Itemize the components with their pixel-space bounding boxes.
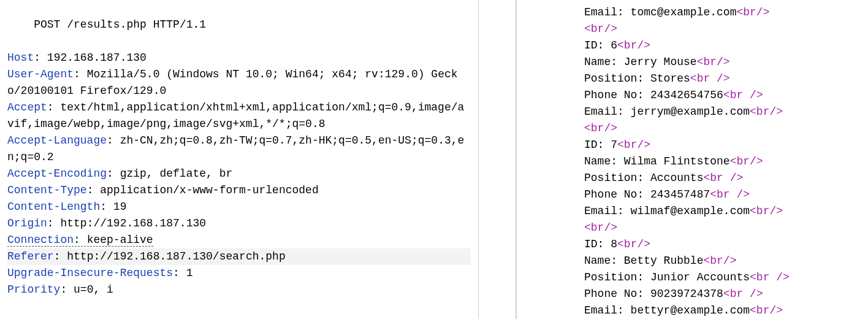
response-text: Position: Stores: [584, 72, 690, 85]
response-line[interactable]: Position: Accounts<br />: [584, 170, 861, 186]
response-text: Name: Wilma Flintstone: [584, 155, 730, 167]
html-tag-name: br/: [624, 238, 644, 250]
response-line[interactable]: Name: Betty Rubble<br/>: [584, 253, 861, 269]
html-tag: >: [783, 271, 790, 283]
response-line[interactable]: Name: Wilma Flintstone<br/>: [584, 153, 861, 170]
response-line[interactable]: ID: 8<br/>: [584, 236, 861, 253]
header-name: Origin: [7, 217, 47, 229]
response-text: Name: Betty Rubble: [584, 255, 703, 267]
html-tag: <: [703, 172, 710, 184]
request-panel[interactable]: POST /results.php HTTP/1.1 Host: 192.168…: [0, 0, 478, 319]
request-body[interactable]: search=a' or '1'='1: [7, 309, 471, 319]
response-line[interactable]: Email: bettyr@example.com<br/>: [584, 302, 861, 319]
html-tag: >: [730, 255, 737, 267]
header-line[interactable]: Content-Type: application/x-www-form-url…: [7, 182, 471, 199]
response-body[interactable]: Phone No: 80243879<br />Email: tomc@exam…: [584, 0, 861, 319]
html-tag-name: br/: [710, 255, 729, 267]
response-line[interactable]: <br/>: [584, 120, 861, 137]
header-line[interactable]: Connection: keep-alive: [7, 232, 471, 248]
header-value: keep-alive: [87, 234, 153, 246]
html-tag-name: br /: [710, 172, 736, 184]
html-tag: <: [723, 288, 730, 300]
header-name: Accept-Encoding: [7, 167, 107, 180]
header-name: Upgrade-Insecure-Requests: [7, 267, 173, 279]
request-line[interactable]: POST /results.php HTTP/1.1: [7, 0, 471, 50]
response-line[interactable]: Email: wilmaf@example.com<br/>: [584, 203, 861, 220]
request-headers[interactable]: Host: 192.168.187.130User-Agent: Mozilla…: [7, 50, 471, 298]
response-line[interactable]: Email: tomc@example.com<br/>: [584, 4, 861, 21]
header-line[interactable]: User-Agent: Mozilla/5.0 (Windows NT 10.0…: [7, 66, 471, 99]
header-line[interactable]: Referer: http://192.168.187.130/search.p…: [7, 248, 471, 265]
header-name: User-Agent: [7, 68, 74, 80]
html-tag: <: [584, 221, 591, 234]
response-line[interactable]: ID: 6<br/>: [584, 37, 861, 54]
html-tag-name: br/: [756, 205, 776, 217]
html-tag-name: br/: [591, 23, 611, 35]
header-name: Content-Length: [7, 201, 100, 213]
response-text: Name: Jerry Mouse: [584, 56, 697, 68]
header-line[interactable]: Accept: text/html,application/xhtml+xml,…: [7, 99, 471, 133]
html-tag-name: br /: [697, 72, 723, 85]
header-value: 192.168.187.130: [47, 52, 147, 64]
header-name: Host: [7, 52, 34, 64]
header-value: 1: [186, 267, 193, 279]
html-tag: <: [750, 304, 756, 317]
response-line[interactable]: Email: jerrym@example.com<br/>: [584, 104, 861, 120]
html-tag-name: br/: [624, 139, 644, 151]
header-name: Priority: [7, 283, 60, 296]
html-tag: <: [584, 23, 591, 35]
html-tag: >: [736, 172, 743, 184]
header-value: text/html,application/xhtml+xml,applicat…: [7, 101, 464, 130]
html-tag-name: br/: [743, 6, 763, 18]
html-tag: >: [736, 0, 743, 2]
header-line[interactable]: Priority: u=0, i: [7, 282, 471, 298]
header-name: Referer: [7, 250, 54, 263]
response-text: Phone No: 90239724378: [584, 288, 723, 300]
header-line[interactable]: Upgrade-Insecure-Requests: 1: [7, 265, 471, 282]
html-tag-name: br/: [736, 155, 756, 167]
html-tag: >: [611, 23, 617, 35]
response-line[interactable]: Phone No: 90239724378<br />: [584, 286, 861, 302]
response-line[interactable]: Phone No: 80243879<br />: [584, 0, 861, 4]
html-tag: <: [617, 139, 624, 151]
header-line[interactable]: Host: 192.168.187.130: [7, 50, 471, 66]
header-value: http://192.168.187.130: [60, 217, 206, 229]
header-value: Mozilla/5.0 (Windows NT 10.0; Win64; x64…: [7, 68, 458, 97]
header-line[interactable]: Accept-Encoding: gzip, deflate, br: [7, 166, 471, 182]
html-tag: >: [644, 238, 650, 250]
header-value: u=0, i: [74, 283, 113, 296]
response-line[interactable]: Position: Stores<br />: [584, 71, 861, 87]
response-text: Phone No: 24342654756: [584, 89, 723, 101]
request-path: /results.php: [67, 18, 147, 31]
response-text: Phone No: 243457487: [584, 188, 710, 201]
response-line[interactable]: Phone No: 24342654756<br />: [584, 87, 861, 104]
header-line[interactable]: Origin: http://192.168.187.130: [7, 215, 471, 232]
response-text: ID: 7: [584, 139, 617, 151]
header-name: Accept: [7, 101, 47, 113]
response-text: ID: 8: [584, 238, 617, 250]
response-line[interactable]: Position: Junior Accounts<br />: [584, 269, 861, 286]
response-line[interactable]: ID: 7<br/>: [584, 137, 861, 153]
html-tag: >: [756, 155, 763, 167]
html-tag: <: [730, 155, 737, 167]
response-line[interactable]: Name: Jerry Mouse<br/>: [584, 54, 861, 71]
header-name: Content-Type: [7, 184, 87, 196]
html-tag-name: br/: [703, 56, 723, 68]
header-name: Connection: [7, 234, 74, 246]
response-line[interactable]: Phone No: 243457487<br />: [584, 186, 861, 203]
response-text: Email: jerrym@example.com: [584, 106, 750, 118]
html-tag: <: [697, 56, 704, 68]
header-value: http://192.168.187.130/search.php: [67, 250, 285, 263]
html-tag: >: [776, 106, 783, 118]
header-line[interactable]: Accept-Language: zh-CN,zh;q=0.8,zh-TW;q=…: [7, 133, 471, 166]
html-tag-name: br/: [591, 221, 611, 234]
html-tag: >: [776, 304, 783, 317]
response-line[interactable]: <br/>: [584, 220, 861, 236]
html-tag-name: br/: [756, 106, 776, 118]
response-panel[interactable]: Phone No: 80243879<br />Email: tomc@exam…: [517, 0, 868, 319]
header-line[interactable]: Content-Length: 19: [7, 199, 471, 215]
response-line[interactable]: <br/>: [584, 21, 861, 37]
html-tag: <: [750, 106, 756, 118]
html-tag: >: [723, 72, 730, 85]
header-value: application/x-www-form-urlencoded: [100, 184, 318, 196]
